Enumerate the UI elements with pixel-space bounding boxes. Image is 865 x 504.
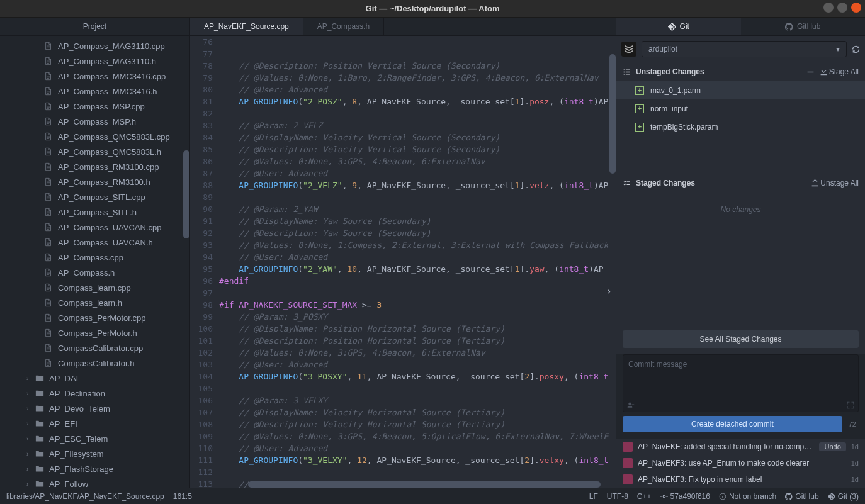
file-tree[interactable]: AP_Compass_MAG3110.cppAP_Compass_MAG3110… — [0, 36, 189, 488]
project-tree-panel: Project AP_Compass_MAG3110.cppAP_Compass… — [0, 18, 190, 488]
tree-file-item[interactable]: AP_Compass_QMC5883L.h — [0, 144, 189, 159]
maximize-button[interactable] — [837, 3, 847, 13]
dropdown-caret-icon: ▾ — [836, 45, 840, 53]
refresh-icon[interactable] — [852, 45, 860, 53]
file-name: AP_Compass.cpp — [58, 253, 123, 262]
tree-file-item[interactable]: AP_Compass_UAVCAN.cpp — [0, 220, 189, 235]
sb-file-path[interactable]: libraries/AP_NavEKF/AP_NavEKF_Source.cpp — [6, 492, 164, 501]
tree-folder-item[interactable]: ›AP_Filesystem — [0, 446, 189, 461]
tree-file-item[interactable]: AP_Compass_MAG3110.h — [0, 53, 189, 69]
tab-github[interactable]: GitHub — [741, 18, 866, 35]
file-name: AP_Compass_RM3100.h — [58, 177, 150, 187]
tree-file-item[interactable]: Compass_PerMotor.cpp — [0, 310, 189, 325]
file-name: Compass_PerMotor.h — [58, 328, 137, 338]
tree-scrollbar[interactable] — [183, 36, 189, 488]
tree-file-item[interactable]: AP_Compass_QMC5883L.cpp — [0, 129, 189, 144]
file-icon — [44, 238, 53, 247]
close-button[interactable] — [851, 3, 861, 13]
staged-label: Staged Changes — [636, 179, 695, 188]
tree-file-item[interactable]: AP_Compass.h — [0, 265, 189, 280]
folder-name: AP_Declination — [49, 389, 105, 398]
unstaged-file[interactable]: +tempBigStick.param — [616, 118, 865, 136]
undo-button[interactable]: Undo — [819, 442, 845, 451]
tree-folder-item[interactable]: ›AP_DAL — [0, 371, 189, 386]
tree-file-item[interactable]: Compass_learn.cpp — [0, 280, 189, 295]
tree-file-item[interactable]: Compass_learn.h — [0, 295, 189, 310]
editor-horizontal-scrollbar[interactable] — [248, 481, 601, 488]
sb-cursor-position[interactable]: 161:5 — [173, 492, 192, 501]
branch-selector[interactable]: ardupilot ▾ — [642, 41, 847, 57]
tree-folder-item[interactable]: ›AP_Declination — [0, 386, 189, 401]
fold-chevron-icon[interactable]: › — [604, 284, 613, 298]
tree-file-item[interactable]: AP_Compass_MAG3110.cpp — [0, 38, 189, 53]
file-name: AP_Compass_QMC5883L.h — [58, 147, 161, 157]
stage-all-button[interactable]: Stage All — [820, 67, 859, 76]
tree-folder-item[interactable]: ›AP_FlashStorage — [0, 461, 189, 476]
tree-file-item[interactable]: AP_Compass_MSP.h — [0, 114, 189, 129]
file-icon — [44, 344, 53, 352]
svg-point-0 — [663, 495, 665, 498]
unstaged-label: Unstaged Changes — [636, 67, 704, 76]
git-toolbar: ardupilot ▾ — [616, 36, 865, 62]
tree-file-item[interactable]: AP_Compass_SITL.h — [0, 204, 189, 220]
tree-folder-item[interactable]: ›AP_Follow — [0, 476, 189, 488]
unstaged-file[interactable]: +mav_0_1.parm — [616, 81, 865, 99]
unstaged-file[interactable]: +norm_input — [616, 99, 865, 118]
tree-file-item[interactable]: Compass_PerMotor.h — [0, 325, 189, 340]
sb-language[interactable]: C++ — [637, 492, 652, 501]
tree-folder-item[interactable]: ›AP_EFI — [0, 416, 189, 431]
add-coauthor-icon[interactable] — [627, 401, 635, 409]
tree-scroll-thumb[interactable] — [183, 150, 189, 238]
tab-git-label: Git — [680, 22, 689, 31]
unstage-all-button[interactable]: Unstage All — [811, 179, 859, 188]
code-content[interactable]: // @Description: Position Vertical Sourc… — [219, 36, 616, 488]
file-name: AP_Compass_SITL.h — [58, 208, 137, 217]
code-editor[interactable]: 7677787980818283848586878889909192939495… — [190, 36, 616, 488]
tree-folder-item[interactable]: ›AP_Devo_Telem — [0, 401, 189, 416]
file-icon — [44, 193, 53, 201]
tree-file-item[interactable]: AP_Compass_RM3100.cpp — [0, 159, 189, 174]
file-name: CompassCalibrator.h — [58, 359, 134, 368]
file-icon — [44, 223, 53, 232]
sb-encoding[interactable]: UTF-8 — [607, 492, 628, 501]
folder-icon — [35, 404, 44, 413]
commit-message-input[interactable]: Commit message — [623, 354, 859, 412]
file-icon — [44, 359, 53, 367]
sb-line-ending[interactable]: LF — [589, 492, 598, 501]
folder-icon — [35, 464, 44, 473]
minimize-button[interactable] — [823, 3, 834, 13]
commit-message: AP_NavEKF: added special handling for no… — [638, 442, 814, 451]
recent-commit-item[interactable]: AP_NavEKF: added special handling for no… — [616, 439, 865, 455]
chevron-right-icon: › — [26, 435, 31, 442]
staged-area: No changes See All Staged Changes — [616, 193, 865, 354]
tree-file-item[interactable]: AP_Compass.cpp — [0, 250, 189, 265]
tree-file-item[interactable]: CompassCalibrator.cpp — [0, 340, 189, 356]
tree-folder-item[interactable]: ›AP_ESC_Telem — [0, 431, 189, 446]
sb-commit-hash[interactable]: 57a490f616 — [660, 492, 710, 501]
tree-file-item[interactable]: AP_Compass_MMC3416.cpp — [0, 69, 189, 84]
git-panel: Git GitHub ardupilot ▾ Unstaged Changes — [616, 18, 865, 488]
unstaged-file-list: +mav_0_1.parm+norm_input+tempBigStick.pa… — [616, 81, 865, 136]
recent-commit-item[interactable]: AP_NavEKF3: use AP_Enum to make code cle… — [616, 455, 865, 471]
tree-file-item[interactable]: CompassCalibrator.h — [0, 356, 189, 371]
download-icon — [820, 67, 828, 76]
tree-file-item[interactable]: AP_Compass_MSP.cpp — [0, 99, 189, 114]
create-commit-button[interactable]: Create detached commit — [623, 416, 842, 432]
tab-git[interactable]: Git — [616, 18, 741, 35]
see-all-staged-button[interactable]: See All Staged Changes — [623, 330, 859, 348]
recent-commit-item[interactable]: AP_NavEKF3: Fix typo in enum label1d — [616, 471, 865, 488]
sb-branch-status[interactable]: Not on branch — [719, 492, 776, 501]
tree-file-item[interactable]: AP_Compass_MMC3416.h — [0, 84, 189, 99]
tree-file-item[interactable]: AP_Compass_SITL.cpp — [0, 189, 189, 204]
editor-tab[interactable]: AP_NavEKF_Source.cpp — [190, 18, 303, 35]
collapse-icon[interactable] — [806, 68, 815, 76]
status-added-icon: + — [635, 86, 644, 95]
editor-tab[interactable]: AP_Compass.h — [303, 18, 384, 35]
sb-github[interactable]: GitHub — [785, 492, 818, 501]
editor-vertical-scrollbar[interactable] — [609, 54, 616, 174]
file-icon — [44, 208, 53, 216]
sb-git-count[interactable]: Git (3) — [828, 492, 859, 501]
tree-file-item[interactable]: AP_Compass_UAVCAN.h — [0, 235, 189, 250]
expand-icon[interactable] — [847, 401, 854, 409]
tree-file-item[interactable]: AP_Compass_RM3100.h — [0, 174, 189, 189]
